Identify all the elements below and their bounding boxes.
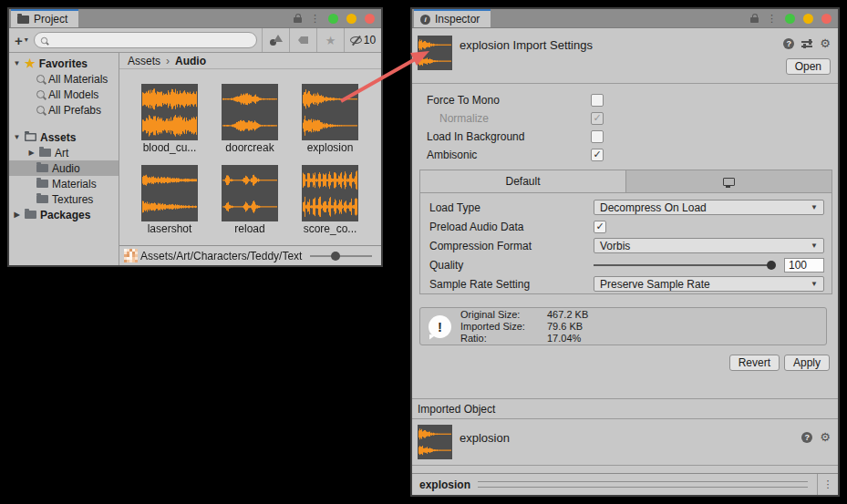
project-toolbar: + ▾ ★ 10 bbox=[9, 28, 381, 53]
help-icon[interactable]: ? bbox=[801, 432, 812, 443]
lock-icon[interactable] bbox=[750, 17, 759, 23]
sidebar-item-all-prefabs[interactable]: All Prefabs bbox=[9, 102, 119, 118]
search-field[interactable] bbox=[34, 32, 257, 48]
preview-menu-button[interactable]: ⋮ bbox=[817, 474, 838, 495]
sidebar-item-textures[interactable]: Textures bbox=[9, 191, 119, 207]
gear-icon[interactable]: ⚙ bbox=[820, 431, 831, 443]
chevron-down-icon: ▼ bbox=[811, 281, 818, 288]
panel-menu-icon[interactable]: ⋮ bbox=[310, 14, 320, 24]
info-ratio: Ratio: 17.04% bbox=[460, 333, 588, 345]
asset-label: doorcreak bbox=[225, 141, 274, 154]
quality-value-field[interactable]: 100 bbox=[784, 258, 824, 273]
lock-icon[interactable] bbox=[294, 17, 302, 23]
selected-asset-path: Assets/Art/Characters/Teddy/Text bbox=[140, 250, 302, 262]
load-in-background-checkbox[interactable] bbox=[591, 130, 604, 143]
panel-menu-icon[interactable]: ⋮ bbox=[767, 14, 777, 24]
asset-item-score-co[interactable]: score_co... bbox=[302, 165, 358, 235]
traffic-green-button[interactable] bbox=[328, 14, 338, 24]
preload-audio-data-checkbox[interactable] bbox=[594, 221, 606, 233]
import-settings-title: explosion Import Settings bbox=[460, 38, 593, 52]
sample-rate-dropdown[interactable]: Preserve Sample Rate ▼ bbox=[594, 276, 824, 292]
hidden-items-button[interactable]: 10 bbox=[345, 28, 381, 52]
ambisonic-checkbox[interactable] bbox=[591, 149, 604, 161]
slider-handle[interactable] bbox=[331, 252, 340, 261]
tag-icon bbox=[298, 36, 308, 44]
project-tab-label: Project bbox=[34, 13, 67, 26]
inspector-panel: i Inspector ⋮ explosion Import Settings … bbox=[410, 7, 840, 497]
tab-inspector[interactable]: i Inspector bbox=[414, 9, 491, 27]
traffic-yellow-button[interactable] bbox=[803, 14, 813, 24]
asset-label: blood_cu... bbox=[143, 141, 197, 154]
plus-icon: + bbox=[15, 34, 23, 47]
folder-icon bbox=[36, 195, 48, 203]
foldout-closed-icon[interactable]: ▶ bbox=[13, 211, 21, 219]
tab-standalone-platform[interactable] bbox=[626, 170, 832, 192]
inspector-titlebar: i Inspector ⋮ bbox=[412, 9, 838, 28]
chevron-down-icon: ▼ bbox=[811, 242, 818, 250]
foldout-open-icon[interactable]: ▼ bbox=[13, 60, 21, 67]
quality-slider[interactable] bbox=[594, 264, 775, 266]
asset-item-doorcreak[interactable]: doorcreak bbox=[222, 84, 278, 154]
audio-clip-thumbnail bbox=[418, 425, 452, 459]
traffic-green-button[interactable] bbox=[785, 14, 795, 24]
chevron-down-icon: ▾ bbox=[25, 36, 28, 44]
foldout-open-icon[interactable]: ▼ bbox=[13, 134, 21, 141]
sidebar-item-materials[interactable]: Materials bbox=[9, 176, 119, 191]
traffic-yellow-button[interactable] bbox=[346, 14, 356, 24]
option-force-to-mono: Force To Mono bbox=[412, 91, 838, 109]
favorites-button[interactable]: ★ bbox=[317, 28, 344, 52]
import-options: Force To Mono Normalize Load In Backgrou… bbox=[412, 84, 838, 164]
search-icon bbox=[41, 36, 47, 43]
option-normalize: Normalize bbox=[412, 109, 838, 128]
load-type-dropdown[interactable]: Decompress On Load ▼ bbox=[594, 200, 824, 215]
sidebar-item-assets[interactable]: ▼ Assets bbox=[9, 129, 119, 145]
breadcrumb: Assets › Audio bbox=[119, 53, 381, 69]
compression-format-dropdown[interactable]: Vorbis ▼ bbox=[594, 238, 824, 253]
inspector-tab-label: Inspector bbox=[435, 13, 480, 26]
sidebar-item-favorites[interactable]: ▼ ★ Favorites bbox=[9, 56, 119, 71]
traffic-red-button[interactable] bbox=[365, 14, 375, 24]
hidden-count: 10 bbox=[364, 34, 376, 46]
gear-icon[interactable]: ⚙ bbox=[820, 37, 831, 49]
search-icon bbox=[36, 75, 45, 83]
sidebar-item-all-models[interactable]: All Models bbox=[9, 87, 119, 102]
sidebar-item-all-materials[interactable]: All Materials bbox=[9, 71, 119, 87]
sidebar-item-audio[interactable]: Audio bbox=[9, 160, 119, 176]
foldout-closed-icon[interactable]: ▶ bbox=[27, 149, 36, 157]
create-asset-button[interactable]: + ▾ bbox=[15, 34, 28, 47]
breadcrumb-current[interactable]: Audio bbox=[175, 55, 206, 67]
open-button[interactable]: Open bbox=[786, 58, 831, 75]
asset-item-explosion[interactable]: explosion bbox=[302, 84, 358, 154]
slider-handle[interactable] bbox=[767, 261, 776, 270]
preview-drag-handle[interactable] bbox=[478, 481, 808, 488]
favorites-star-icon: ★ bbox=[25, 57, 36, 69]
asset-item-reload[interactable]: reload bbox=[222, 165, 278, 235]
breadcrumb-root[interactable]: Assets bbox=[128, 55, 160, 67]
monitor-icon bbox=[723, 178, 735, 186]
asset-item-lasershot[interactable]: lasershot bbox=[141, 165, 198, 235]
apply-button[interactable]: Apply bbox=[784, 355, 830, 371]
help-icon[interactable]: ? bbox=[783, 38, 794, 49]
imported-object-name: explosion bbox=[460, 431, 510, 445]
asset-label: score_co... bbox=[304, 222, 357, 235]
force-to-mono-checkbox[interactable] bbox=[591, 94, 604, 107]
revert-button[interactable]: Revert bbox=[729, 355, 780, 371]
search-by-type-button[interactable] bbox=[263, 28, 289, 52]
sidebar-item-packages[interactable]: ▶ Packages bbox=[9, 207, 119, 222]
tab-project[interactable]: Project bbox=[11, 9, 78, 27]
search-input[interactable] bbox=[52, 34, 251, 46]
tab-default-platform[interactable]: Default bbox=[420, 170, 626, 192]
platform-settings-box: Default Load Type Decompress On Load ▼ P… bbox=[419, 170, 832, 294]
traffic-red-button[interactable] bbox=[821, 14, 832, 24]
project-footer: Assets/Art/Characters/Teddy/Text bbox=[119, 245, 381, 265]
asset-item-blood-cu[interactable]: blood_cu... bbox=[141, 84, 198, 154]
search-by-label-button[interactable] bbox=[290, 28, 316, 52]
waveform-thumbnail bbox=[302, 84, 358, 140]
field-sample-rate-setting: Sample Rate Setting Preserve Sample Rate… bbox=[429, 274, 824, 293]
thumbnail-size-slider[interactable] bbox=[310, 255, 372, 257]
sidebar-item-art[interactable]: ▶ Art bbox=[9, 145, 119, 160]
field-quality: Quality 100 bbox=[429, 255, 824, 274]
folder-icon bbox=[17, 15, 29, 24]
presets-icon[interactable] bbox=[801, 39, 812, 48]
folder-icon bbox=[36, 180, 48, 188]
